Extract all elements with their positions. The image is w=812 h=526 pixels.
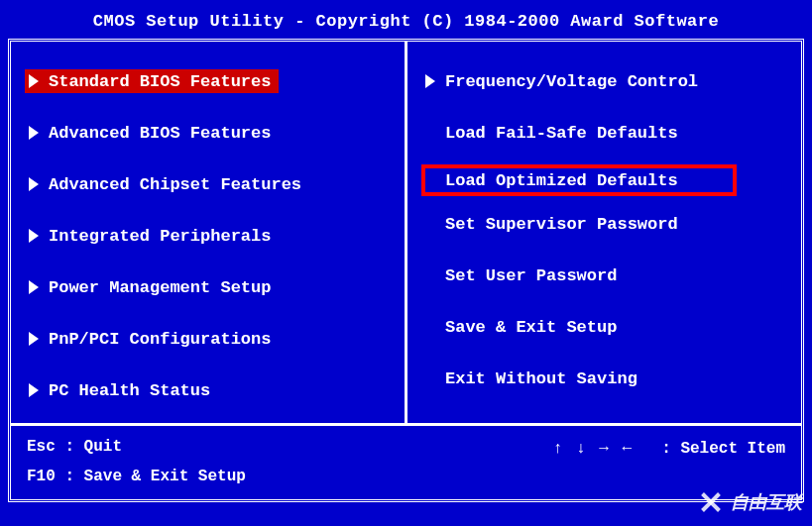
menu-label: Standard BIOS Features [49, 72, 271, 91]
menu-save-exit[interactable]: Save & Exit Setup [425, 315, 789, 339]
menu-label: Advanced Chipset Features [49, 175, 301, 194]
menu-label: Set Supervisor Password [445, 215, 678, 234]
menu-label: PnP/PCI Configurations [49, 330, 271, 349]
watermark-text: 自由互联 [731, 490, 802, 514]
menu-label: PC Health Status [49, 381, 210, 400]
triangle-icon [29, 229, 39, 243]
triangle-icon [29, 126, 39, 140]
menu-label: Advanced BIOS Features [49, 124, 271, 143]
menu-label: Set User Password [445, 266, 617, 285]
menu-label: Power Management Setup [49, 278, 271, 297]
footer-left: Esc : Quit F10 : Save & Exit Setup [27, 438, 246, 490]
menu-standard-bios[interactable]: Standard BIOS Features [25, 69, 279, 93]
f10-hint: F10 : Save & Exit Setup [27, 468, 246, 485]
arrow-keys-hint: ↑ ↓ → ← [553, 440, 634, 458]
left-column: Standard BIOS Features Advanced BIOS Fea… [11, 42, 405, 423]
menu-supervisor-password[interactable]: Set Supervisor Password [425, 212, 789, 236]
menu-load-optimized[interactable]: Load Optimized Defaults [425, 168, 733, 192]
menu-advanced-chipset[interactable]: Advanced Chipset Features [29, 172, 393, 196]
footer-right: ↑ ↓ → ← : Select Item [553, 438, 785, 490]
menu-columns: Standard BIOS Features Advanced BIOS Fea… [11, 42, 801, 423]
title-text: CMOS Setup Utility - Copyright (C) 1984-… [93, 12, 719, 31]
menu-power-management[interactable]: Power Management Setup [29, 275, 393, 299]
menu-label: Load Optimized Defaults [445, 171, 678, 190]
menu-pnp-pci[interactable]: PnP/PCI Configurations [29, 327, 393, 351]
right-column: Frequency/Voltage Control Load Fail-Safe… [407, 42, 801, 423]
select-item-hint: : Select Item [661, 440, 785, 458]
triangle-icon [29, 280, 39, 294]
triangle-icon [29, 332, 39, 346]
menu-user-password[interactable]: Set User Password [425, 263, 789, 287]
menu-label: Integrated Peripherals [49, 227, 271, 246]
menu-exit-no-save[interactable]: Exit Without Saving [425, 367, 789, 390]
menu-label: Save & Exit Setup [445, 318, 617, 337]
triangle-icon [29, 177, 39, 191]
title-bar: CMOS Setup Utility - Copyright (C) 1984-… [0, 0, 812, 39]
menu-load-failsafe[interactable]: Load Fail-Safe Defaults [425, 121, 789, 145]
triangle-icon [29, 383, 39, 397]
watermark: 自由互联 [697, 488, 802, 516]
menu-label: Frequency/Voltage Control [445, 72, 698, 91]
menu-advanced-bios[interactable]: Advanced BIOS Features [29, 121, 393, 145]
main-frame: Standard BIOS Features Advanced BIOS Fea… [8, 39, 804, 502]
menu-label: Exit Without Saving [445, 369, 638, 388]
menu-integrated-peripherals[interactable]: Integrated Peripherals [29, 224, 393, 248]
watermark-x-icon [697, 488, 725, 516]
triangle-icon [425, 74, 435, 88]
menu-label: Load Fail-Safe Defaults [445, 124, 678, 143]
triangle-icon [29, 74, 39, 88]
footer-bar: Esc : Quit F10 : Save & Exit Setup ↑ ↓ →… [11, 423, 801, 502]
esc-hint: Esc : Quit [27, 438, 246, 456]
menu-frequency-voltage[interactable]: Frequency/Voltage Control [425, 69, 789, 93]
menu-pc-health[interactable]: PC Health Status [29, 378, 393, 402]
